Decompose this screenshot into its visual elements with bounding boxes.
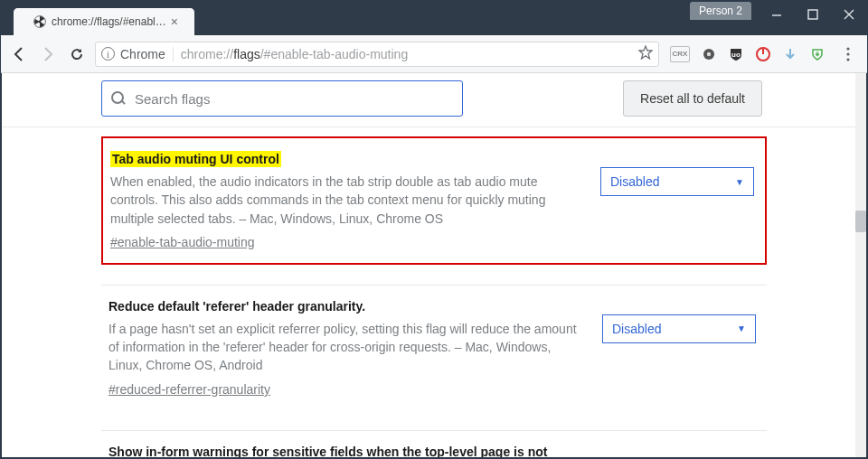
url-text: chrome://flags/#enable-tab-audio-muting xyxy=(181,47,631,61)
flag-title: Show in-form warnings for sensitive fiel… xyxy=(108,445,547,457)
origin-chip: i Chrome xyxy=(101,47,174,61)
svg-rect-1 xyxy=(808,10,817,19)
window-minimize-button[interactable] xyxy=(759,1,795,28)
flag-value-select[interactable]: Disabled ▼ xyxy=(600,167,754,196)
origin-label: Chrome xyxy=(120,47,165,61)
window-maximize-button[interactable] xyxy=(795,1,831,28)
chevron-down-icon: ▼ xyxy=(737,323,746,333)
extension-gear-icon[interactable] xyxy=(701,46,717,62)
download-shield-icon[interactable] xyxy=(809,46,826,62)
info-icon: i xyxy=(101,47,115,61)
flag-value-label: Disabled xyxy=(612,322,661,336)
flag-title: Reduce default 'referer' header granular… xyxy=(108,299,365,314)
svg-text:uo: uo xyxy=(731,50,741,58)
omnibox[interactable]: i Chrome chrome://flags/#enable-tab-audi… xyxy=(95,42,659,67)
window-close-button[interactable] xyxy=(831,1,867,28)
extension-icons: CRX uo xyxy=(666,46,860,62)
search-flags-box[interactable] xyxy=(101,80,463,117)
svg-point-12 xyxy=(846,58,849,61)
svg-point-7 xyxy=(707,52,711,55)
flag-enable-tab-audio-muting: Tab audio muting UI control When enabled… xyxy=(101,136,767,265)
extension-red-icon[interactable] xyxy=(755,46,771,62)
flag-enable-http-form-warning: Show in-form warnings for sensitive fiel… xyxy=(101,431,767,457)
page-content: Reset all to default Tab audio muting UI… xyxy=(2,73,866,457)
back-button[interactable] xyxy=(8,43,30,65)
browser-window: Person 2 chrome:/ xyxy=(0,0,868,459)
flag-anchor-link[interactable]: #reduced-referrer-granularity xyxy=(108,382,270,397)
flag-description: If a page hasn't set an explicit referre… xyxy=(108,320,584,375)
flags-header-row: Reset all to default xyxy=(2,73,866,127)
svg-point-11 xyxy=(846,52,849,55)
search-icon xyxy=(111,91,126,106)
chrome-menu-button[interactable] xyxy=(840,46,856,62)
profile-badge[interactable]: Person 2 xyxy=(690,2,751,20)
flag-anchor-link[interactable]: #enable-tab-audio-muting xyxy=(110,235,255,249)
ublock-icon[interactable]: uo xyxy=(728,46,744,62)
reload-button[interactable] xyxy=(66,43,88,65)
svg-point-10 xyxy=(846,47,849,50)
browser-tab[interactable]: chrome://flags/#enable-t × xyxy=(14,8,194,35)
flag-value-label: Disabled xyxy=(610,174,659,189)
reset-all-button[interactable]: Reset all to default xyxy=(623,80,762,117)
tab-title: chrome://flags/#enable-t xyxy=(52,15,167,28)
tab-close-icon[interactable]: × xyxy=(171,14,178,29)
scrollbar-thumb[interactable] xyxy=(855,211,866,232)
radiation-icon xyxy=(33,15,46,28)
flag-description: When enabled, the audio indicators in th… xyxy=(110,173,582,228)
flag-value-select[interactable]: Disabled ▼ xyxy=(602,314,756,343)
crx-icon[interactable]: CRX xyxy=(670,46,690,62)
search-flags-input[interactable] xyxy=(135,91,453,107)
download-arrow-icon[interactable] xyxy=(782,46,798,62)
flags-list: Tab audio muting UI control When enabled… xyxy=(2,127,866,457)
forward-button xyxy=(37,43,59,65)
scrollbar-track[interactable] xyxy=(855,73,866,457)
flag-title: Tab audio muting UI control xyxy=(110,151,281,167)
flag-reduced-referrer-granularity: Reduce default 'referer' header granular… xyxy=(101,286,767,410)
chevron-down-icon: ▼ xyxy=(735,177,744,187)
toolbar: i Chrome chrome://flags/#enable-tab-audi… xyxy=(1,35,867,73)
bookmark-star-icon[interactable] xyxy=(638,45,653,63)
